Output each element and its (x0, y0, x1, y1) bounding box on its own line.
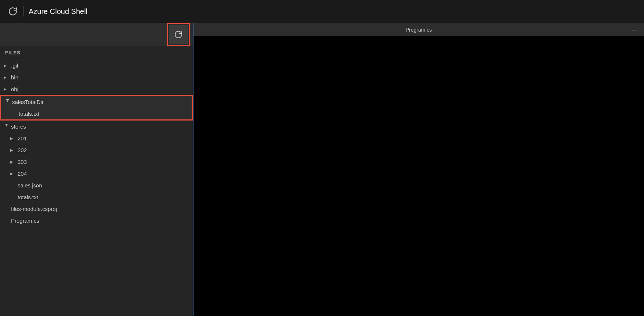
title-separator (23, 6, 23, 17)
arrow-icon-204: ▶ (10, 172, 16, 176)
arrow-icon-obj: ▶ (4, 87, 10, 91)
reload-icon (7, 6, 18, 17)
tree-item-totals-txt[interactable]: ▶ totals.txt (0, 191, 193, 203)
tree-label-totals-txt: totals.txt (18, 194, 38, 200)
editor-tab-title: Program.cs (406, 27, 432, 33)
editor-tab-bar: Program.cs ··· (193, 23, 644, 36)
tree-item-sales-json[interactable]: ▶ sales.json (0, 179, 193, 191)
tree-item-204[interactable]: ▶ 204 (0, 168, 193, 179)
tree-label-204: 204 (18, 170, 27, 177)
tree-label-git: .git (11, 62, 18, 69)
file-tree: ▶ .git ▶ bin ▶ obj ▶ salesTotalDir ▶ (0, 58, 193, 316)
refresh-icon (174, 30, 183, 39)
tree-item-stores[interactable]: ▶ stores (0, 121, 193, 132)
arrow-icon-203: ▶ (10, 160, 16, 164)
refresh-button-highlight (167, 23, 190, 46)
refresh-button[interactable] (169, 25, 188, 44)
tree-item-203[interactable]: ▶ 203 (0, 156, 193, 168)
files-header: FILES (0, 46, 193, 58)
tree-label-201: 201 (18, 135, 27, 141)
tree-item-salesTotalDir[interactable]: ▶ salesTotalDir (1, 96, 192, 108)
tree-label-202: 202 (18, 147, 27, 153)
tree-label-stores: stores (11, 123, 26, 130)
tree-label-obj: obj (11, 86, 18, 92)
arrow-icon-202: ▶ (10, 148, 16, 152)
main-content: FILES ▶ .git ▶ bin ▶ obj ▶ sale (0, 23, 644, 316)
tree-label-files-module-csproj: files-module.csproj (11, 206, 57, 212)
tree-label-salesTotalDir: salesTotalDir (12, 99, 44, 105)
tree-label-program-cs: Program.cs (11, 218, 39, 224)
arrow-icon-salesTotalDir: ▶ (6, 99, 10, 105)
editor-area: Program.cs ··· (193, 23, 644, 316)
editor-content (193, 36, 644, 316)
arrow-icon-201: ▶ (10, 136, 16, 140)
tree-item-program-cs[interactable]: ▶ Program.cs (0, 215, 193, 226)
tree-item-obj[interactable]: ▶ obj (0, 83, 193, 95)
arrow-icon-git: ▶ (4, 64, 10, 68)
editor-menu-dots[interactable]: ··· (632, 27, 638, 33)
tree-item-201[interactable]: ▶ 201 (0, 132, 193, 144)
highlight-box: ▶ salesTotalDir ▶ totals.txt (0, 95, 193, 121)
app-title: Azure Cloud Shell (29, 7, 87, 16)
arrow-icon-bin: ▶ (4, 75, 10, 79)
arrow-icon-stores: ▶ (5, 123, 9, 129)
title-bar: Azure Cloud Shell (0, 0, 644, 23)
tree-label-203: 203 (18, 159, 27, 165)
tree-item-totals-sub[interactable]: ▶ totals.txt (1, 108, 192, 119)
tree-label-bin: bin (11, 74, 18, 80)
tree-label-sales-json: sales.json (18, 182, 42, 188)
tree-item-files-module-csproj[interactable]: ▶ files-module.csproj (0, 203, 193, 215)
tree-item-bin[interactable]: ▶ bin (0, 71, 193, 83)
tree-item-git[interactable]: ▶ .git (0, 60, 193, 71)
sidebar: FILES ▶ .git ▶ bin ▶ obj ▶ sale (0, 23, 193, 316)
tree-item-202[interactable]: ▶ 202 (0, 144, 193, 156)
sidebar-toolbar (0, 23, 193, 46)
tree-label-totals-sub: totals.txt (19, 111, 39, 117)
